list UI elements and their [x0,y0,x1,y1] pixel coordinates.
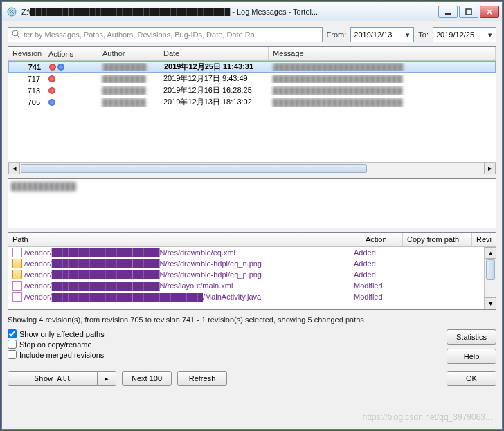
show-all-dropdown[interactable]: ▸ [98,371,116,386]
file-icon [12,248,22,257]
header-revision[interactable]: Revision [8,47,44,60]
header-action[interactable]: Action [361,233,403,246]
rev-actions [44,75,98,82]
header-path[interactable]: Path [8,233,361,246]
rev-date: 2019年12月13日 18:13:02 [159,97,269,107]
titlebar: Z:\█████████████████████████████████████… [2,2,502,21]
rev-number: 713 [8,86,44,95]
commit-message-panel[interactable]: ████████████ [8,178,496,228]
scroll-right-arrow[interactable]: ▸ [484,163,496,174]
stop-on-copy-checkbox[interactable]: Stop on copy/rename [8,340,105,349]
to-date-value: 2019/12/25 [436,30,474,39]
path-row[interactable]: /vendor/████████████████████N/res/drawab… [8,269,484,280]
modified-icon [48,75,55,82]
path-action: Added [350,248,391,257]
checkbox-input[interactable] [8,329,17,338]
path-text: /vendor/████████████████████N/res/layout… [24,282,233,290]
revision-row[interactable]: 713████████2019年12月16日 16:28:25█████████… [8,84,496,96]
rev-message: ████████████████████████ [269,75,496,83]
path-text: /vendor/████████████████████N/res/drawab… [24,270,262,279]
path-action: Added [350,270,391,279]
header-author[interactable]: Author [98,47,159,60]
to-label: To: [418,30,429,39]
rev-date: 2019年12月16日 16:28:25 [159,85,269,95]
checkbox-label: Stop on copy/rename [19,340,92,349]
svg-rect-2 [466,9,471,15]
modified-icon [49,64,56,71]
checkbox-input[interactable] [8,340,17,349]
path-row[interactable]: /vendor/████████████████████████████/Mai… [8,291,484,302]
maximize-button[interactable] [459,6,478,18]
header-rev[interactable]: Revi [472,233,496,246]
file-icon [12,281,22,291]
path-action: Modified [350,282,391,290]
path-row[interactable]: /vendor/████████████████████N/res/drawab… [8,247,484,258]
rev-date: 2019年12月25日 11:43:31 [160,62,269,72]
added-icon [57,64,64,71]
added-icon [48,99,55,106]
show-all-button[interactable]: Show All [8,371,98,386]
path-cell: /vendor/████████████████████N/res/drawab… [8,270,350,279]
svg-line-4 [17,35,19,37]
ok-button[interactable]: OK [447,371,496,386]
modified-icon [48,87,55,94]
header-date[interactable]: Date [159,47,269,60]
from-date-picker[interactable]: 2019/12/13 ▾ [350,27,414,42]
from-date-value: 2019/12/13 [354,30,392,39]
show-all-split-button[interactable]: Show All ▸ [8,371,116,386]
revision-headers: Revision Actions Author Date Message [8,47,496,61]
header-message[interactable]: Message [269,47,496,60]
path-row[interactable]: /vendor/████████████████████N/res/layout… [8,280,484,291]
header-copy-from[interactable]: Copy from path [403,233,472,246]
header-actions[interactable]: Actions [44,47,98,60]
path-text: /vendor/████████████████████N/res/drawab… [24,248,235,257]
rev-message: ████████████████████████ [269,86,496,95]
file-icon [12,270,22,279]
revision-list-panel: Revision Actions Author Date Message 741… [8,46,496,174]
path-cell: /vendor/████████████████████N/res/drawab… [8,259,350,268]
include-merged-checkbox[interactable]: Include merged revisions [8,350,105,359]
path-action: Added [350,259,391,268]
to-date-picker[interactable]: 2019/12/25 ▾ [433,27,496,42]
commit-message-text: ████████████ [11,182,493,190]
close-button[interactable] [480,6,499,18]
path-text: /vendor/████████████████████████████/Mai… [24,293,261,301]
filter-input[interactable]: ter by Messages, Paths, Authors, Revisio… [8,27,323,42]
rev-message: ████████████████████████ [269,63,495,71]
statistics-button[interactable]: Statistics [447,329,496,345]
rev-author: ████████ [99,63,160,71]
from-label: From: [327,30,347,39]
rev-number: 705 [8,98,44,107]
rev-actions [45,64,99,71]
next-100-button[interactable]: Next 100 [122,371,172,386]
path-row[interactable]: /vendor/████████████████████N/res/drawab… [8,258,484,269]
refresh-button[interactable]: Refresh [177,371,227,386]
path-cell: /vendor/████████████████████N/res/layout… [8,281,350,291]
rev-author: ████████ [98,98,159,107]
scroll-thumb[interactable] [21,164,367,173]
checkbox-input[interactable] [8,350,17,359]
chevron-down-icon: ▾ [404,30,412,39]
rev-date: 2019年12月17日 9:43:49 [159,73,269,84]
status-text: Showing 4 revision(s), from revision 705… [8,314,496,325]
show-affected-checkbox[interactable]: Show only affected paths [8,329,105,338]
file-icon [12,292,22,302]
scroll-left-arrow[interactable]: ◂ [8,163,20,174]
path-text: /vendor/████████████████████N/res/drawab… [24,259,262,268]
revision-row[interactable]: 717████████2019年12月17日 9:43:49██████████… [8,73,496,84]
scroll-thumb[interactable] [486,259,495,280]
help-button[interactable]: Help [447,349,496,364]
changed-paths-panel: Path Action Copy from path Revi /vendor/… [8,232,496,310]
checkbox-label: Include merged revisions [19,351,104,359]
minimize-button[interactable] [438,6,458,18]
horizontal-scrollbar[interactable]: ◂ ▸ [8,162,496,174]
vertical-scrollbar[interactable]: ▴ ▾ [484,247,496,309]
revision-row[interactable]: 705████████2019年12月13日 18:13:02█████████… [8,96,496,108]
scroll-down-arrow[interactable]: ▾ [485,297,496,309]
app-icon [6,6,17,17]
path-cell: /vendor/████████████████████N/res/drawab… [8,248,350,257]
scroll-up-arrow[interactable]: ▴ [485,247,496,259]
file-icon [12,259,22,268]
revision-row[interactable]: 741████████2019年12月25日 11:43:31█████████… [8,61,496,73]
rev-number: 741 [9,63,45,71]
